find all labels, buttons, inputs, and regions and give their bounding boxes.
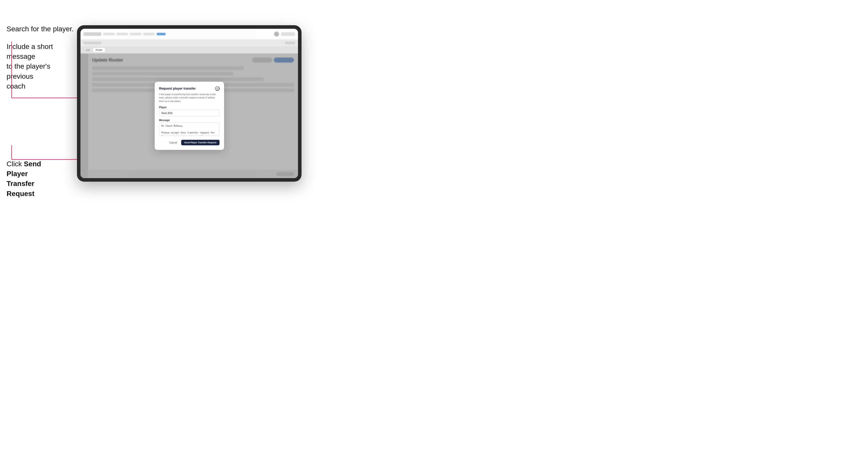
user-avatar <box>274 32 279 37</box>
annotation-search-text: Search for the player. <box>6 24 74 34</box>
modal-header: Request player transfer × <box>159 86 219 91</box>
tablet-screen: List Roster Update Roster <box>81 29 298 178</box>
modal-close-button[interactable]: × <box>215 86 219 91</box>
modal-overlay: Request player transfer × If the player … <box>81 54 298 178</box>
main-content: Update Roster Request player transfer <box>81 54 298 178</box>
message-field-label: Message <box>159 119 219 122</box>
breadcrumb-item <box>84 42 101 44</box>
modal-title: Request player transfer <box>159 87 196 90</box>
player-field-label: Player <box>159 106 219 109</box>
nav-team <box>117 33 128 35</box>
annotation-click-text: Click Send Player Transfer Request <box>6 159 57 198</box>
send-transfer-button[interactable]: Send Player Transfer Request <box>181 140 219 145</box>
modal-description: If the player is transferring from anoth… <box>159 93 219 103</box>
sub-header <box>81 39 298 46</box>
modal-footer: Cancel Send Player Transfer Request <box>159 140 219 145</box>
cancel-button[interactable]: Cancel <box>167 140 179 145</box>
header-action-btn <box>281 32 295 36</box>
app-logo <box>84 32 101 36</box>
header-right <box>274 32 295 37</box>
nav-invite <box>143 33 155 35</box>
tab-roster: Roster <box>93 48 105 52</box>
message-textarea[interactable]: Hi Coach McHarg, Please accept this tran… <box>159 123 219 136</box>
nav-tournaments <box>103 33 115 35</box>
request-transfer-modal: Request player transfer × If the player … <box>155 82 224 150</box>
tablet-device: List Roster Update Roster <box>77 25 302 182</box>
annotation-message-text: Include a short messageto the player's p… <box>6 42 75 91</box>
nav-roster <box>130 33 141 35</box>
nav-clubs <box>157 33 165 35</box>
player-search-input[interactable] <box>159 110 219 116</box>
breadcrumb-action <box>285 42 295 44</box>
app-header <box>81 29 298 39</box>
tab-list: List <box>84 48 92 52</box>
tab-bar: List Roster <box>81 46 298 54</box>
